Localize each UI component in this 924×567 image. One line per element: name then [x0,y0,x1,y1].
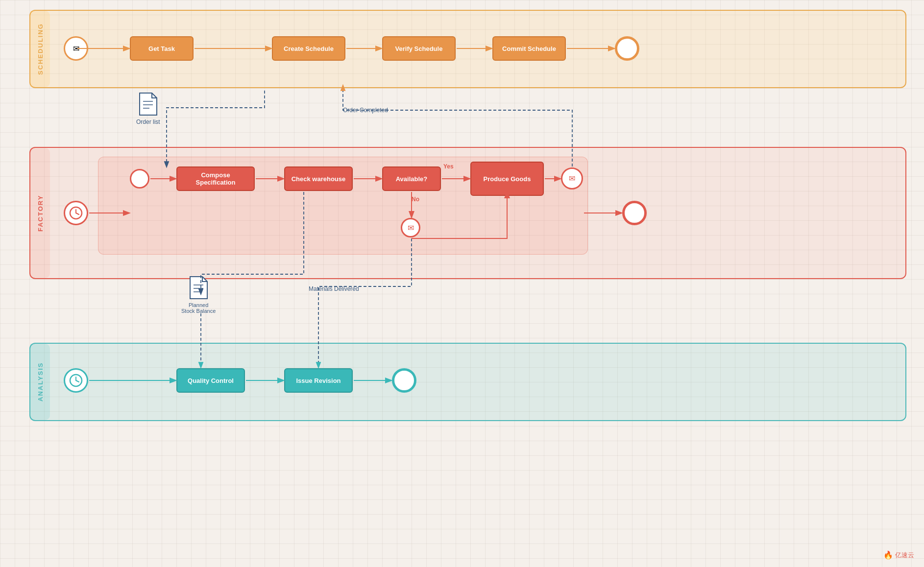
compose-spec-node[interactable]: Compose Specification [176,166,255,191]
analysis-label: ANALYSIS [30,344,50,420]
diagram-container: SCHEDULING FACTORY ANALYSIS ✉ Get Task C… [0,0,924,567]
yes-label: Yes [443,163,454,170]
factory-mail-end-node: ✉ [561,167,583,189]
watermark: 🔥 亿速云 [883,550,914,560]
order-list-doc: Order list [136,91,160,125]
produce-goods-node[interactable]: Produce Goods [470,162,544,196]
scheduling-label: SCHEDULING [30,11,50,87]
order-completed-label: Order Completed [343,107,388,114]
issue-revision-node[interactable]: Issue Revision [284,368,353,393]
get-task-node[interactable]: Get Task [130,36,194,61]
analysis-clock-node [64,368,88,393]
factory-end-node [622,201,647,225]
check-warehouse-node[interactable]: Check warehouse [284,166,353,191]
scheduling-end-node [615,36,639,61]
materials-delivered-label: Materials Delivered [309,285,359,292]
factory-mail-no-node: ✉ [401,218,420,237]
factory-clock-node [64,201,88,225]
lane-analysis: ANALYSIS [29,343,906,421]
factory-start-inner-node [130,169,149,189]
analysis-end-node [392,368,416,393]
commit-schedule-node[interactable]: Commit Schedule [492,36,566,61]
no-label: No [412,196,419,203]
create-schedule-node[interactable]: Create Schedule [272,36,345,61]
factory-label: FACTORY [30,148,50,278]
available-node[interactable]: Available? [382,166,441,191]
verify-schedule-node[interactable]: Verify Schedule [382,36,456,61]
planned-stock-doc: Planned Stock Balance [181,274,216,314]
quality-control-node[interactable]: Quality Control [176,368,245,393]
scheduling-start-node: ✉ [64,36,88,61]
